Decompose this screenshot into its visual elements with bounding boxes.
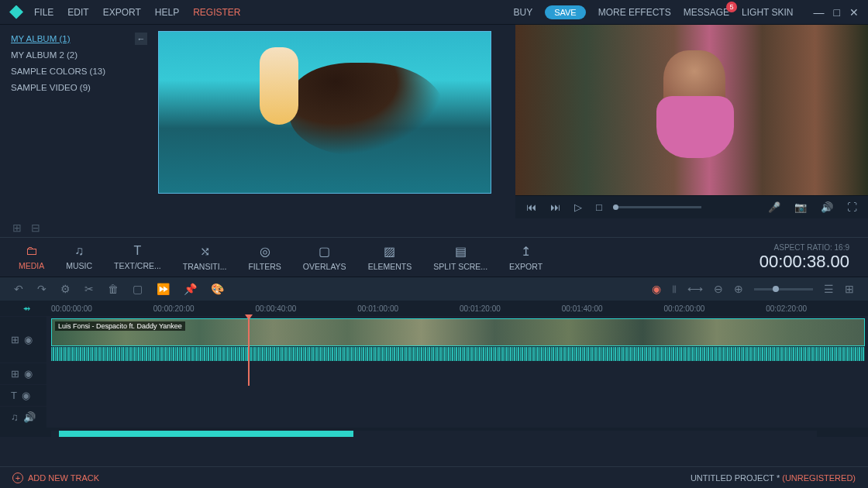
timecode-display: ASPECT RATIO: 16:9 00:00:38.00 bbox=[760, 243, 860, 272]
marker-icon[interactable]: 📌 bbox=[184, 283, 197, 295]
upper-panel: ← MY ALBUM (1) MY ALBUM 2 (2) SAMPLE COL… bbox=[0, 25, 868, 218]
grid-view-icon[interactable]: ⊞ bbox=[845, 283, 854, 295]
speaker-icon[interactable]: 🔊 bbox=[23, 411, 36, 423]
tab-elements[interactable]: ▨ELEMENTS bbox=[357, 244, 423, 271]
delete-icon[interactable]: 🗑 bbox=[108, 283, 119, 295]
overlay-track: ⊞◉ bbox=[0, 363, 868, 384]
tab-text[interactable]: TTEXT/CRE... bbox=[103, 244, 172, 270]
fullscreen-icon[interactable]: ⛶ bbox=[847, 201, 857, 213]
message-button[interactable]: MESSAGE bbox=[684, 7, 729, 18]
tab-music[interactable]: ♫MUSIC bbox=[55, 244, 103, 270]
music-icon: ♫ bbox=[74, 244, 84, 258]
ruler-mark: 00:02:20:00 bbox=[766, 304, 868, 313]
audio-waveform bbox=[51, 347, 865, 361]
menu-register[interactable]: REGISTER bbox=[193, 7, 240, 18]
next-frame-icon[interactable]: ⏭ bbox=[550, 201, 560, 213]
timeline: ⇴ 00:00:00:00 00:00:20:00 00:00:40:00 00… bbox=[0, 301, 868, 437]
export-icon: ↥ bbox=[521, 244, 531, 259]
menu-edit[interactable]: EDIT bbox=[67, 7, 88, 18]
media-thumbnail[interactable] bbox=[158, 31, 491, 194]
clip-label: Luis Fonsi - Despacito ft. Daddy Yankee bbox=[55, 321, 185, 331]
list-view-icon[interactable]: ☰ bbox=[824, 283, 834, 295]
menu-file[interactable]: FILE bbox=[34, 7, 53, 18]
text-track-body[interactable] bbox=[46, 385, 868, 406]
fit-icon[interactable]: ⟷ bbox=[687, 283, 703, 295]
sidebar-item-album2[interactable]: MY ALBUM 2 (2) bbox=[11, 50, 141, 60]
split-icon: ▤ bbox=[455, 244, 467, 259]
zoom-out-icon[interactable]: ⊖ bbox=[714, 283, 723, 295]
color-icon[interactable]: 🎨 bbox=[211, 283, 224, 295]
timecode-value: 00:00:38.00 bbox=[760, 252, 849, 272]
add-folder-icon[interactable]: ⊞ bbox=[12, 222, 22, 234]
tracks-container: ⊞◉ Luis Fonsi - Despacito ft. Daddy Yank… bbox=[0, 316, 868, 428]
add-track-button[interactable]: + ADD NEW TRACK bbox=[12, 473, 99, 483]
menu-export[interactable]: EXPORT bbox=[103, 7, 141, 18]
audio-track-icon: ♫ bbox=[11, 411, 19, 423]
eye-icon[interactable]: ◉ bbox=[22, 390, 30, 401]
pin-icon[interactable]: ⇴ bbox=[23, 304, 30, 314]
more-effects-button[interactable]: MORE EFFECTS bbox=[598, 7, 671, 18]
tab-filters[interactable]: ◎FILTERS bbox=[237, 244, 291, 271]
overlay-track-body[interactable] bbox=[46, 363, 868, 384]
menubar: FILE EDIT EXPORT HELP REGISTER BUY SAVE … bbox=[0, 0, 868, 25]
render-icon[interactable]: ◉ bbox=[652, 283, 661, 295]
tab-transitions[interactable]: ⤭TRANSITI... bbox=[172, 244, 238, 271]
remove-folder-icon[interactable]: ⊟ bbox=[31, 222, 40, 234]
folder-tools: ⊞ ⊟ bbox=[0, 218, 868, 237]
time-ruler[interactable]: ⇴ 00:00:00:00 00:00:20:00 00:00:40:00 00… bbox=[0, 301, 868, 316]
audio-track: ♫🔊 bbox=[0, 406, 868, 428]
video-clip[interactable]: Luis Fonsi - Despacito ft. Daddy Yankee bbox=[51, 318, 865, 346]
scrollbar-thumb[interactable] bbox=[59, 431, 353, 437]
minimize-icon[interactable]: — bbox=[814, 6, 825, 19]
text-track: T◉ bbox=[0, 384, 868, 406]
crop-icon[interactable]: ▢ bbox=[133, 283, 143, 295]
mute-icon[interactable]: 🔊 bbox=[821, 201, 833, 213]
sidebar-item-colors[interactable]: SAMPLE COLORS (13) bbox=[11, 67, 141, 76]
elements-icon: ▨ bbox=[384, 244, 395, 259]
audio-wave-icon[interactable]: ⫴ bbox=[672, 283, 677, 296]
redo-icon[interactable]: ↷ bbox=[37, 283, 46, 295]
tab-splitscreen[interactable]: ▤SPLIT SCRE... bbox=[422, 244, 498, 271]
unregistered-label: (UNREGISTERED) bbox=[782, 473, 856, 483]
video-track-body[interactable]: Luis Fonsi - Despacito ft. Daddy Yankee bbox=[46, 317, 868, 363]
playhead[interactable] bbox=[248, 316, 250, 386]
maximize-icon[interactable]: □ bbox=[834, 6, 840, 19]
play-icon[interactable]: ▷ bbox=[574, 201, 582, 213]
menu-help[interactable]: HELP bbox=[155, 7, 179, 18]
tab-export[interactable]: ↥EXPORT bbox=[498, 244, 553, 271]
ruler-mark: 00:00:00:00 bbox=[51, 304, 153, 313]
buy-button[interactable]: BUY bbox=[513, 7, 532, 18]
video-track: ⊞◉ Luis Fonsi - Despacito ft. Daddy Yank… bbox=[0, 316, 868, 363]
sidebar-item-video[interactable]: SAMPLE VIDEO (9) bbox=[11, 83, 141, 92]
stop-icon[interactable]: □ bbox=[596, 201, 602, 213]
undo-icon[interactable]: ↶ bbox=[14, 283, 23, 295]
overlay-track-icon: ⊞ bbox=[11, 368, 19, 380]
transition-icon: ⤭ bbox=[200, 244, 210, 259]
sidebar-item-album1[interactable]: MY ALBUM (1) bbox=[11, 34, 141, 43]
tab-overlays[interactable]: ▢OVERLAYS bbox=[292, 244, 357, 271]
eye-icon[interactable]: ◉ bbox=[24, 334, 33, 345]
settings-icon[interactable]: ⚙ bbox=[60, 283, 71, 295]
ruler-mark: 00:02:00:00 bbox=[664, 304, 766, 313]
aspect-ratio-label: ASPECT RATIO: 16:9 bbox=[760, 243, 849, 252]
timeline-scrollbar[interactable] bbox=[51, 431, 817, 437]
volume-slider[interactable] bbox=[616, 206, 701, 208]
text-track-icon: T bbox=[11, 390, 17, 401]
audio-track-body[interactable] bbox=[46, 407, 868, 428]
timeline-toolbar: ↶ ↷ ⚙ ✂ 🗑 ▢ ⏩ 📌 🎨 ◉ ⫴ ⟷ ⊖ ⊕ ☰ ⊞ bbox=[0, 277, 868, 301]
cut-icon[interactable]: ✂ bbox=[84, 283, 94, 295]
ruler-mark: 00:01:40:00 bbox=[562, 304, 664, 313]
save-button[interactable]: SAVE bbox=[545, 5, 586, 19]
eye-icon[interactable]: ◉ bbox=[24, 368, 33, 380]
speed-icon[interactable]: ⏩ bbox=[157, 283, 170, 295]
sidebar-back-icon[interactable]: ← bbox=[135, 33, 147, 45]
project-status: UNTITLED PROJECT * (UNREGISTERED) bbox=[691, 473, 856, 483]
light-skin-button[interactable]: LIGHT SKIN bbox=[742, 7, 793, 18]
snapshot-icon[interactable]: 📷 bbox=[794, 201, 807, 213]
prev-frame-icon[interactable]: ⏮ bbox=[526, 201, 536, 213]
zoom-in-icon[interactable]: ⊕ bbox=[734, 283, 743, 295]
zoom-slider[interactable] bbox=[754, 288, 813, 290]
tab-media[interactable]: 🗀MEDIA bbox=[8, 244, 55, 270]
mic-icon[interactable]: 🎤 bbox=[768, 201, 780, 213]
close-icon[interactable]: ✕ bbox=[849, 6, 859, 19]
